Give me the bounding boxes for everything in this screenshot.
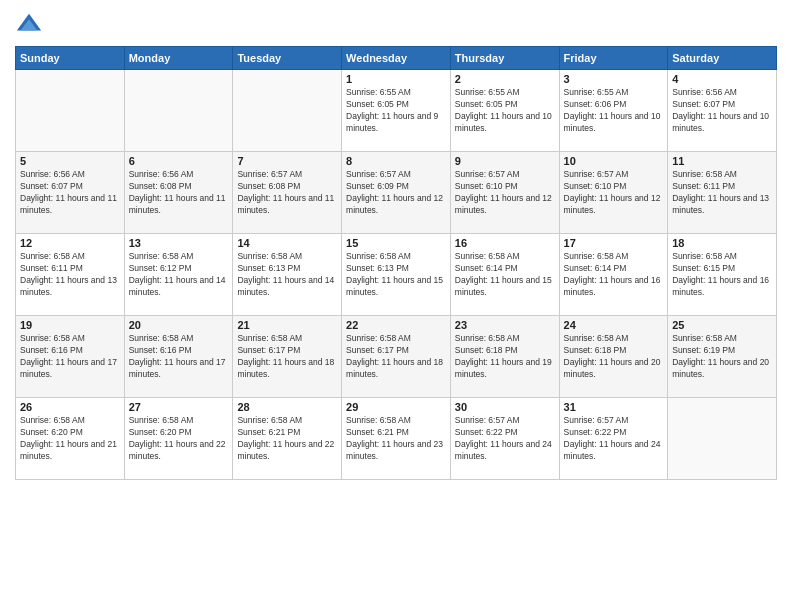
day-info: Sunrise: 6:57 AMSunset: 6:22 PMDaylight:…	[455, 415, 555, 463]
day-info: Sunrise: 6:57 AMSunset: 6:22 PMDaylight:…	[564, 415, 664, 463]
week-row-1: 1Sunrise: 6:55 AMSunset: 6:05 PMDaylight…	[16, 70, 777, 152]
day-number: 2	[455, 73, 555, 85]
day-info: Sunrise: 6:55 AMSunset: 6:06 PMDaylight:…	[564, 87, 664, 135]
day-number: 7	[237, 155, 337, 167]
day-number: 14	[237, 237, 337, 249]
day-cell: 10Sunrise: 6:57 AMSunset: 6:10 PMDayligh…	[559, 152, 668, 234]
day-cell: 18Sunrise: 6:58 AMSunset: 6:15 PMDayligh…	[668, 234, 777, 316]
day-number: 28	[237, 401, 337, 413]
day-number: 12	[20, 237, 120, 249]
day-cell: 17Sunrise: 6:58 AMSunset: 6:14 PMDayligh…	[559, 234, 668, 316]
day-cell: 12Sunrise: 6:58 AMSunset: 6:11 PMDayligh…	[16, 234, 125, 316]
day-number: 27	[129, 401, 229, 413]
day-cell	[668, 398, 777, 480]
day-cell: 29Sunrise: 6:58 AMSunset: 6:21 PMDayligh…	[342, 398, 451, 480]
day-number: 9	[455, 155, 555, 167]
day-cell: 20Sunrise: 6:58 AMSunset: 6:16 PMDayligh…	[124, 316, 233, 398]
page: SundayMondayTuesdayWednesdayThursdayFrid…	[0, 0, 792, 612]
day-info: Sunrise: 6:56 AMSunset: 6:07 PMDaylight:…	[672, 87, 772, 135]
day-cell: 5Sunrise: 6:56 AMSunset: 6:07 PMDaylight…	[16, 152, 125, 234]
header-row: SundayMondayTuesdayWednesdayThursdayFrid…	[16, 47, 777, 70]
day-info: Sunrise: 6:58 AMSunset: 6:15 PMDaylight:…	[672, 251, 772, 299]
header-cell-wednesday: Wednesday	[342, 47, 451, 70]
day-cell: 14Sunrise: 6:58 AMSunset: 6:13 PMDayligh…	[233, 234, 342, 316]
day-number: 21	[237, 319, 337, 331]
day-number: 26	[20, 401, 120, 413]
day-cell: 30Sunrise: 6:57 AMSunset: 6:22 PMDayligh…	[450, 398, 559, 480]
calendar-table: SundayMondayTuesdayWednesdayThursdayFrid…	[15, 46, 777, 480]
day-number: 11	[672, 155, 772, 167]
day-info: Sunrise: 6:57 AMSunset: 6:09 PMDaylight:…	[346, 169, 446, 217]
header-cell-monday: Monday	[124, 47, 233, 70]
day-number: 29	[346, 401, 446, 413]
header-cell-sunday: Sunday	[16, 47, 125, 70]
day-info: Sunrise: 6:57 AMSunset: 6:08 PMDaylight:…	[237, 169, 337, 217]
day-number: 10	[564, 155, 664, 167]
logo	[15, 10, 47, 38]
day-info: Sunrise: 6:58 AMSunset: 6:18 PMDaylight:…	[455, 333, 555, 381]
header	[15, 10, 777, 38]
day-info: Sunrise: 6:58 AMSunset: 6:13 PMDaylight:…	[346, 251, 446, 299]
day-info: Sunrise: 6:56 AMSunset: 6:07 PMDaylight:…	[20, 169, 120, 217]
day-info: Sunrise: 6:58 AMSunset: 6:21 PMDaylight:…	[237, 415, 337, 463]
day-info: Sunrise: 6:57 AMSunset: 6:10 PMDaylight:…	[455, 169, 555, 217]
week-row-4: 19Sunrise: 6:58 AMSunset: 6:16 PMDayligh…	[16, 316, 777, 398]
day-number: 18	[672, 237, 772, 249]
day-info: Sunrise: 6:58 AMSunset: 6:19 PMDaylight:…	[672, 333, 772, 381]
logo-icon	[15, 10, 43, 38]
day-number: 25	[672, 319, 772, 331]
day-cell: 15Sunrise: 6:58 AMSunset: 6:13 PMDayligh…	[342, 234, 451, 316]
day-number: 5	[20, 155, 120, 167]
day-info: Sunrise: 6:58 AMSunset: 6:18 PMDaylight:…	[564, 333, 664, 381]
day-cell: 25Sunrise: 6:58 AMSunset: 6:19 PMDayligh…	[668, 316, 777, 398]
day-cell: 1Sunrise: 6:55 AMSunset: 6:05 PMDaylight…	[342, 70, 451, 152]
day-info: Sunrise: 6:58 AMSunset: 6:11 PMDaylight:…	[672, 169, 772, 217]
day-cell: 21Sunrise: 6:58 AMSunset: 6:17 PMDayligh…	[233, 316, 342, 398]
day-info: Sunrise: 6:58 AMSunset: 6:11 PMDaylight:…	[20, 251, 120, 299]
day-info: Sunrise: 6:58 AMSunset: 6:20 PMDaylight:…	[129, 415, 229, 463]
day-cell	[233, 70, 342, 152]
day-number: 17	[564, 237, 664, 249]
header-cell-friday: Friday	[559, 47, 668, 70]
day-info: Sunrise: 6:58 AMSunset: 6:17 PMDaylight:…	[237, 333, 337, 381]
day-number: 20	[129, 319, 229, 331]
day-cell: 11Sunrise: 6:58 AMSunset: 6:11 PMDayligh…	[668, 152, 777, 234]
day-number: 8	[346, 155, 446, 167]
day-number: 24	[564, 319, 664, 331]
day-cell: 19Sunrise: 6:58 AMSunset: 6:16 PMDayligh…	[16, 316, 125, 398]
day-number: 15	[346, 237, 446, 249]
day-number: 22	[346, 319, 446, 331]
day-number: 23	[455, 319, 555, 331]
day-cell: 27Sunrise: 6:58 AMSunset: 6:20 PMDayligh…	[124, 398, 233, 480]
day-info: Sunrise: 6:58 AMSunset: 6:17 PMDaylight:…	[346, 333, 446, 381]
header-cell-saturday: Saturday	[668, 47, 777, 70]
day-cell: 2Sunrise: 6:55 AMSunset: 6:05 PMDaylight…	[450, 70, 559, 152]
day-cell: 6Sunrise: 6:56 AMSunset: 6:08 PMDaylight…	[124, 152, 233, 234]
day-cell: 31Sunrise: 6:57 AMSunset: 6:22 PMDayligh…	[559, 398, 668, 480]
day-number: 4	[672, 73, 772, 85]
day-cell: 8Sunrise: 6:57 AMSunset: 6:09 PMDaylight…	[342, 152, 451, 234]
day-info: Sunrise: 6:58 AMSunset: 6:21 PMDaylight:…	[346, 415, 446, 463]
day-number: 1	[346, 73, 446, 85]
day-cell: 23Sunrise: 6:58 AMSunset: 6:18 PMDayligh…	[450, 316, 559, 398]
day-info: Sunrise: 6:57 AMSunset: 6:10 PMDaylight:…	[564, 169, 664, 217]
day-number: 13	[129, 237, 229, 249]
day-number: 6	[129, 155, 229, 167]
day-cell: 26Sunrise: 6:58 AMSunset: 6:20 PMDayligh…	[16, 398, 125, 480]
day-info: Sunrise: 6:56 AMSunset: 6:08 PMDaylight:…	[129, 169, 229, 217]
day-number: 31	[564, 401, 664, 413]
day-info: Sunrise: 6:55 AMSunset: 6:05 PMDaylight:…	[346, 87, 446, 135]
day-cell: 28Sunrise: 6:58 AMSunset: 6:21 PMDayligh…	[233, 398, 342, 480]
day-info: Sunrise: 6:58 AMSunset: 6:20 PMDaylight:…	[20, 415, 120, 463]
day-number: 3	[564, 73, 664, 85]
day-number: 30	[455, 401, 555, 413]
day-cell: 4Sunrise: 6:56 AMSunset: 6:07 PMDaylight…	[668, 70, 777, 152]
day-number: 19	[20, 319, 120, 331]
header-cell-thursday: Thursday	[450, 47, 559, 70]
day-info: Sunrise: 6:58 AMSunset: 6:16 PMDaylight:…	[129, 333, 229, 381]
day-cell: 7Sunrise: 6:57 AMSunset: 6:08 PMDaylight…	[233, 152, 342, 234]
day-info: Sunrise: 6:58 AMSunset: 6:14 PMDaylight:…	[564, 251, 664, 299]
day-cell: 16Sunrise: 6:58 AMSunset: 6:14 PMDayligh…	[450, 234, 559, 316]
day-cell: 22Sunrise: 6:58 AMSunset: 6:17 PMDayligh…	[342, 316, 451, 398]
day-cell: 13Sunrise: 6:58 AMSunset: 6:12 PMDayligh…	[124, 234, 233, 316]
